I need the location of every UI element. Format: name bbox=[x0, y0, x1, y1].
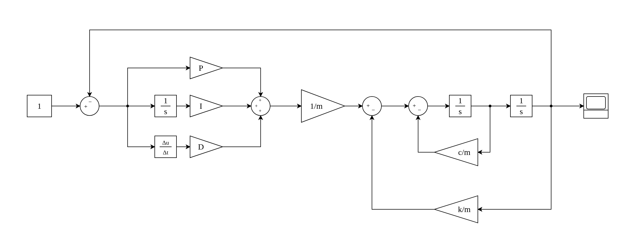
wire-p-sumpid bbox=[223, 68, 261, 97]
wire-km-sum2 bbox=[372, 116, 434, 209]
derivative-num: Δu bbox=[162, 139, 169, 146]
gain-inv-mass-label: 1/m bbox=[310, 101, 323, 110]
gain-p-label: P bbox=[199, 63, 203, 72]
wire-pos-km bbox=[478, 106, 551, 209]
sum-pid-top: + bbox=[259, 98, 261, 103]
integrator-i-den: s bbox=[164, 107, 167, 116]
gain-d-label: D bbox=[198, 142, 204, 151]
sum-error-minus: − bbox=[89, 98, 92, 105]
wire-cm-sum3 bbox=[418, 116, 434, 152]
sum-cm-plus: + bbox=[413, 102, 416, 109]
derivative-block[interactable]: Δu Δt bbox=[155, 136, 176, 158]
derivative-den: Δt bbox=[163, 149, 168, 156]
integrator-2[interactable]: 1 s bbox=[449, 95, 471, 117]
gain-cm[interactable]: c/m bbox=[434, 139, 478, 166]
sum-cm[interactable]: + − bbox=[409, 97, 428, 116]
svg-marker-8 bbox=[190, 136, 223, 158]
svg-marker-17 bbox=[434, 139, 478, 166]
sum-pid[interactable]: + + + bbox=[251, 97, 270, 116]
gain-inv-mass[interactable]: 1/m bbox=[301, 90, 345, 122]
constant-block[interactable]: 1 bbox=[27, 95, 52, 117]
svg-marker-10 bbox=[301, 90, 345, 122]
wire-vel-cm bbox=[478, 106, 490, 152]
sum-pid-left: + bbox=[255, 103, 258, 109]
sum-pid-bottom: + bbox=[259, 108, 261, 114]
svg-rect-19 bbox=[584, 94, 608, 118]
integrator-3-den: s bbox=[520, 107, 523, 116]
wire-d-sumpid bbox=[223, 116, 261, 147]
gain-i-label: I bbox=[200, 101, 202, 110]
gain-cm-label: c/m bbox=[458, 148, 471, 157]
integrator-2-num: 1 bbox=[458, 96, 462, 105]
sum-km-plus: + bbox=[367, 102, 370, 109]
integrator-3-num: 1 bbox=[519, 96, 523, 105]
sum-cm-minus: − bbox=[418, 107, 421, 113]
gain-km[interactable]: k/m bbox=[434, 196, 478, 223]
scope-block[interactable] bbox=[584, 94, 608, 118]
svg-marker-6 bbox=[190, 57, 223, 79]
wire-node-der bbox=[128, 106, 155, 147]
svg-marker-18 bbox=[434, 196, 478, 223]
svg-marker-7 bbox=[190, 95, 223, 117]
gain-i[interactable]: I bbox=[190, 95, 223, 117]
integrator-2-den: s bbox=[459, 107, 462, 116]
integrator-i-path[interactable]: 1 s bbox=[155, 95, 176, 117]
gain-d[interactable]: D bbox=[190, 136, 223, 158]
sum-km-minus: − bbox=[372, 107, 375, 113]
integrator-i-num: 1 bbox=[164, 96, 168, 105]
sum-error-plus: + bbox=[84, 103, 87, 110]
constant-label: 1 bbox=[37, 101, 42, 110]
gain-km-label: k/m bbox=[458, 205, 471, 214]
gain-p[interactable]: P bbox=[190, 57, 223, 79]
integrator-3[interactable]: 1 s bbox=[510, 95, 532, 117]
sum-error[interactable]: + − bbox=[80, 97, 99, 116]
sum-km[interactable]: + − bbox=[362, 97, 381, 116]
